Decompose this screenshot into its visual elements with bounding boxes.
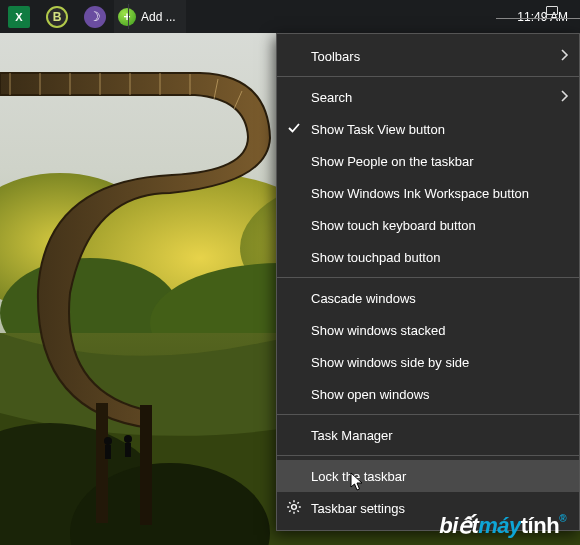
excel-icon: X (8, 6, 30, 28)
svg-rect-25 (125, 443, 131, 457)
svg-line-33 (297, 502, 298, 503)
menu-label: Show windows side by side (311, 355, 569, 370)
taskbar-app-purple[interactable]: ☽ (76, 0, 114, 33)
svg-point-26 (292, 505, 297, 510)
watermark-part3: tính (521, 513, 559, 538)
menu-separator (277, 76, 579, 77)
menu-item-stacked[interactable]: Show windows stacked (277, 314, 579, 346)
menu-label: Show open windows (311, 387, 569, 402)
taskbar-context-menu: Toolbars Search Show Task View button Sh… (276, 33, 580, 531)
clock-underline (496, 18, 580, 19)
moon-icon: ☽ (84, 6, 106, 28)
taskbar-add-button[interactable]: + Add ... (114, 0, 186, 33)
check-icon (287, 121, 301, 138)
menu-label: Show People on the taskbar (311, 154, 569, 169)
menu-label: Task Manager (311, 428, 569, 443)
watermark: biếtmáytính® (439, 513, 566, 539)
b-icon: B (46, 6, 68, 28)
watermark-reg: ® (559, 513, 566, 524)
menu-item-task-manager[interactable]: Task Manager (277, 419, 579, 451)
menu-item-show-task-view[interactable]: Show Task View button (277, 113, 579, 145)
taskbar-app-excel[interactable]: X (0, 0, 38, 33)
tray-icon[interactable] (546, 6, 558, 15)
menu-item-toolbars[interactable]: Toolbars (277, 40, 579, 72)
svg-line-34 (289, 510, 290, 511)
menu-separator (277, 414, 579, 415)
menu-item-show-touchpad[interactable]: Show touchpad button (277, 241, 579, 273)
menu-label: Show touchpad button (311, 250, 569, 265)
b-letter: B (53, 10, 62, 24)
menu-item-search[interactable]: Search (277, 81, 579, 113)
taskbar-divider (128, 4, 129, 29)
menu-item-show-ink[interactable]: Show Windows Ink Workspace button (277, 177, 579, 209)
clock-text: 11:49 AM (517, 10, 568, 24)
taskbar: X B ☽ + Add ... 11:49 AM (0, 0, 580, 33)
menu-label: Toolbars (311, 49, 561, 64)
svg-rect-23 (105, 445, 111, 459)
svg-point-24 (124, 435, 132, 443)
menu-item-show-open[interactable]: Show open windows (277, 378, 579, 410)
viewport: X B ☽ + Add ... 11:49 AM (0, 0, 580, 545)
menu-label: Cascade windows (311, 291, 569, 306)
svg-rect-20 (96, 403, 108, 523)
menu-label: Show windows stacked (311, 323, 569, 338)
menu-label: Lock the taskbar (311, 469, 569, 484)
menu-label: Search (311, 90, 561, 105)
menu-label: Show Task View button (311, 122, 569, 137)
menu-item-show-touch-keyboard[interactable]: Show touch keyboard button (277, 209, 579, 241)
gear-icon (286, 499, 302, 518)
menu-item-show-people[interactable]: Show People on the taskbar (277, 145, 579, 177)
menu-separator (277, 455, 579, 456)
svg-line-32 (297, 510, 298, 511)
chevron-right-icon (561, 89, 569, 105)
menu-item-cascade[interactable]: Cascade windows (277, 282, 579, 314)
taskbar-app-b[interactable]: B (38, 0, 76, 33)
taskbar-clock[interactable]: 11:49 AM (511, 0, 574, 33)
svg-point-22 (104, 437, 112, 445)
menu-label: Show touch keyboard button (311, 218, 569, 233)
add-label: Add ... (141, 10, 176, 24)
chevron-right-icon (561, 48, 569, 64)
watermark-part1: biết (439, 513, 478, 538)
menu-label: Show Windows Ink Workspace button (311, 186, 569, 201)
menu-item-lock-taskbar[interactable]: Lock the taskbar (277, 460, 579, 492)
excel-letter: X (15, 11, 22, 23)
plus-icon: + (118, 8, 136, 26)
watermark-part2: máy (478, 513, 521, 538)
svg-rect-21 (140, 405, 152, 525)
svg-line-31 (289, 502, 290, 503)
moon-glyph: ☽ (89, 9, 101, 24)
menu-separator (277, 277, 579, 278)
menu-item-sidebyside[interactable]: Show windows side by side (277, 346, 579, 378)
taskbar-pinned-apps: X B ☽ (0, 0, 114, 33)
